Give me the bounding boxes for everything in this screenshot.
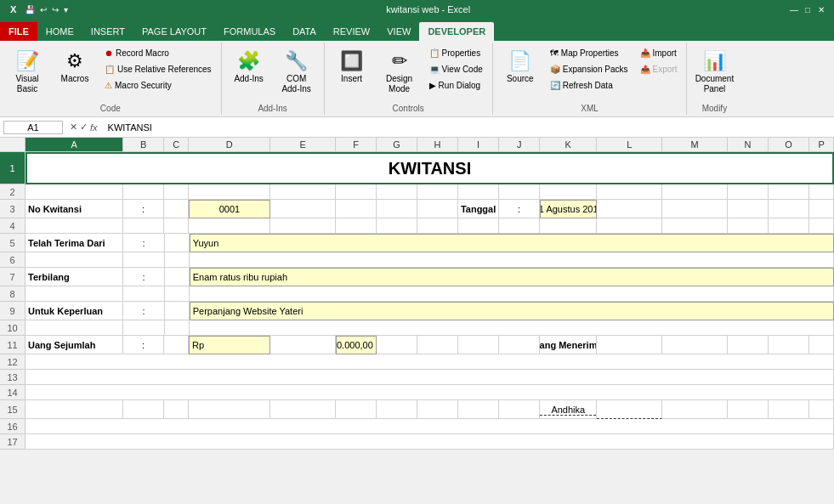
- cell-row13[interactable]: [26, 370, 834, 385]
- cell-A15[interactable]: [26, 400, 123, 419]
- cell-N4[interactable]: [728, 218, 769, 234]
- tab-page-layout[interactable]: PAGE LAYOUT: [133, 22, 215, 41]
- cell-A6[interactable]: [26, 252, 123, 268]
- cell-E15[interactable]: [270, 400, 336, 419]
- cell-G3[interactable]: [377, 200, 417, 218]
- tab-developer[interactable]: DEVELOPER: [419, 22, 494, 41]
- cell-D7-terbilang[interactable]: Enam ratus ribu rupiah: [190, 268, 834, 286]
- cell-D6[interactable]: [190, 252, 834, 268]
- cell-J2[interactable]: [499, 184, 540, 200]
- macros-btn[interactable]: ⚙ Macros: [53, 46, 97, 88]
- cell-F3[interactable]: [336, 200, 377, 218]
- col-header-O[interactable]: O: [769, 138, 809, 151]
- col-header-H[interactable]: H: [417, 138, 458, 151]
- cell-C8[interactable]: [165, 286, 190, 302]
- cell-D11-rp[interactable]: Rp: [189, 336, 270, 354]
- cell-N15[interactable]: [728, 400, 769, 419]
- run-dialog-btn[interactable]: ▶ Run Dialog: [425, 78, 487, 93]
- col-header-J[interactable]: J: [499, 138, 540, 151]
- col-header-P[interactable]: P: [809, 138, 834, 151]
- cell-L3[interactable]: [597, 200, 662, 218]
- refresh-data-btn[interactable]: 🔄 Refresh Data: [546, 78, 633, 93]
- properties-btn[interactable]: 📋 Properties: [425, 46, 487, 60]
- macro-security-btn[interactable]: ⚠ Macro Security: [100, 78, 216, 93]
- cell-M3[interactable]: [662, 200, 728, 218]
- cell-M15[interactable]: [662, 400, 728, 419]
- tab-formulas[interactable]: FORMULAS: [215, 22, 284, 41]
- col-header-I[interactable]: I: [458, 138, 499, 151]
- cell-G2[interactable]: [377, 184, 417, 200]
- cell-D15[interactable]: [189, 400, 270, 419]
- cell-E2[interactable]: [270, 184, 336, 200]
- cell-C6[interactable]: [165, 252, 190, 268]
- cell-J15[interactable]: [499, 400, 540, 419]
- tab-insert[interactable]: INSERT: [82, 22, 133, 41]
- close-btn[interactable]: ✕: [815, 3, 827, 15]
- cancel-formula-btn[interactable]: ✕: [70, 122, 77, 133]
- visual-basic-btn[interactable]: 📝 VisualBasic: [5, 46, 49, 99]
- cell-H11[interactable]: [417, 336, 458, 354]
- tab-data[interactable]: DATA: [284, 22, 325, 41]
- cell-D8[interactable]: [190, 286, 834, 302]
- cell-C15[interactable]: [164, 400, 189, 419]
- cell-reference-input[interactable]: [3, 121, 63, 134]
- cell-H2[interactable]: [417, 184, 458, 200]
- cell-B2[interactable]: [123, 184, 164, 200]
- cell-E3[interactable]: [270, 200, 336, 218]
- cell-L2[interactable]: [597, 184, 662, 200]
- cell-B8[interactable]: [123, 286, 164, 302]
- col-header-K[interactable]: K: [540, 138, 597, 151]
- record-macro-btn[interactable]: ⏺ Record Macro: [100, 46, 216, 60]
- cell-F2[interactable]: [336, 184, 377, 200]
- cell-D2[interactable]: [189, 184, 270, 200]
- cell-D9-keperluan[interactable]: Perpanjang Website Yateri: [190, 302, 834, 320]
- confirm-formula-btn[interactable]: ✓: [80, 122, 88, 133]
- cell-D10[interactable]: [190, 320, 834, 336]
- cell-C3[interactable]: [164, 200, 189, 218]
- col-header-A[interactable]: A: [26, 138, 123, 151]
- cell-C4[interactable]: [164, 218, 189, 234]
- cell-F15[interactable]: [336, 400, 377, 419]
- cell-K3-tanggal[interactable]: 21 Agustus 2017: [540, 200, 597, 218]
- use-relative-btn[interactable]: 📋 Use Relative References: [100, 62, 216, 76]
- cell-N2[interactable]: [728, 184, 769, 200]
- cell-A8[interactable]: [26, 286, 123, 302]
- cell-A2[interactable]: [26, 184, 123, 200]
- col-header-C[interactable]: C: [164, 138, 189, 151]
- col-header-G[interactable]: G: [377, 138, 417, 151]
- cell-I11[interactable]: [458, 336, 499, 354]
- undo-btn[interactable]: ↩: [40, 5, 47, 14]
- cell-B4[interactable]: [123, 218, 164, 234]
- cell-C11[interactable]: [164, 336, 189, 354]
- cell-B10[interactable]: [123, 320, 164, 336]
- cell-M4[interactable]: [662, 218, 728, 234]
- cell-N3[interactable]: [728, 200, 769, 218]
- cell-row16[interactable]: [26, 419, 834, 434]
- cell-J4[interactable]: [499, 218, 540, 234]
- minimize-btn[interactable]: —: [788, 3, 800, 15]
- col-header-D[interactable]: D: [189, 138, 270, 151]
- cell-O3[interactable]: [769, 200, 809, 218]
- col-header-M[interactable]: M: [662, 138, 728, 151]
- cell-E11[interactable]: [270, 336, 336, 354]
- cell-O4[interactable]: [769, 218, 809, 234]
- cell-P3[interactable]: [809, 200, 834, 218]
- cell-G15[interactable]: [377, 400, 417, 419]
- col-header-E[interactable]: E: [270, 138, 336, 151]
- cell-H3[interactable]: [417, 200, 458, 218]
- view-code-btn[interactable]: 💻 View Code: [425, 62, 487, 76]
- cell-E4[interactable]: [270, 218, 336, 234]
- tab-view[interactable]: VIEW: [378, 22, 419, 41]
- export-btn[interactable]: 📤 Export: [636, 62, 682, 76]
- cell-P4[interactable]: [809, 218, 834, 234]
- cell-D4[interactable]: [189, 218, 270, 234]
- cell-C9[interactable]: [165, 302, 190, 320]
- col-header-F[interactable]: F: [336, 138, 377, 151]
- cell-A10[interactable]: [26, 320, 123, 336]
- document-panel-btn[interactable]: 📊 DocumentPanel: [692, 46, 736, 99]
- cell-O15[interactable]: [769, 400, 809, 419]
- cell-row12[interactable]: [26, 354, 834, 370]
- add-ins-btn[interactable]: 🧩 Add-Ins: [227, 46, 271, 88]
- cell-C7[interactable]: [165, 268, 190, 286]
- quick-access-more[interactable]: ▾: [64, 5, 68, 14]
